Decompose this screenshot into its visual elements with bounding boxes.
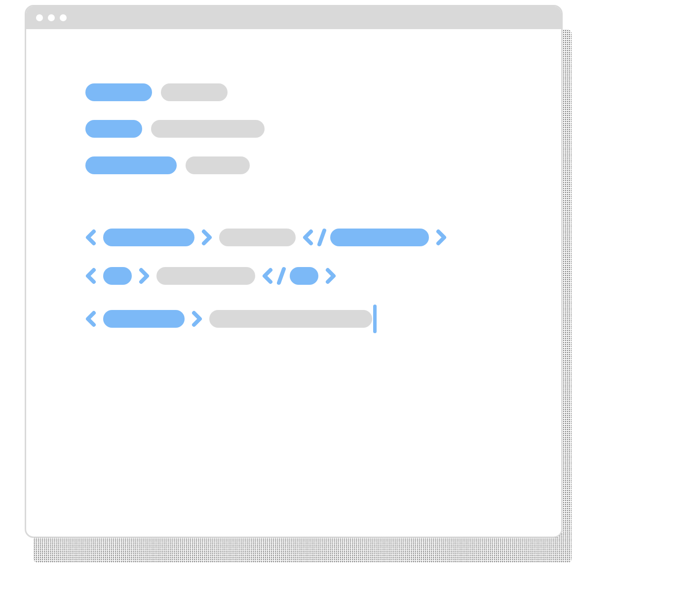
angle-open-icon <box>303 228 313 247</box>
code-line <box>85 305 561 333</box>
close-icon[interactable] <box>36 14 43 21</box>
editor-window <box>25 5 563 538</box>
keyword-token <box>85 83 152 101</box>
angle-close-icon <box>192 309 202 329</box>
tag-token <box>103 310 185 328</box>
maximize-icon[interactable] <box>60 14 67 21</box>
minimize-icon[interactable] <box>48 14 55 21</box>
code-line <box>85 156 561 174</box>
tag-token <box>290 267 318 285</box>
identifier-token <box>161 83 228 101</box>
keyword-token <box>85 120 142 138</box>
angle-close-icon <box>201 228 212 247</box>
angle-close-icon <box>139 266 150 286</box>
slash-icon <box>317 228 326 247</box>
angle-close-icon <box>436 228 447 247</box>
slash-icon <box>277 266 286 286</box>
code-line <box>85 266 561 286</box>
window-titlebar <box>26 6 561 29</box>
angle-close-icon <box>325 266 336 286</box>
angle-open-icon <box>85 309 96 329</box>
code-line <box>85 83 561 101</box>
identifier-token <box>186 156 250 174</box>
keyword-token <box>85 156 177 174</box>
angle-open-icon <box>262 266 273 286</box>
angle-open-icon <box>85 266 96 286</box>
code-line <box>85 228 561 247</box>
code-line <box>85 120 561 138</box>
angle-open-icon <box>85 228 96 247</box>
content-token <box>156 267 255 285</box>
tag-token <box>103 267 132 285</box>
tag-token <box>103 229 194 246</box>
content-token <box>219 229 296 246</box>
tag-token <box>330 229 429 246</box>
text-cursor-icon <box>373 305 377 333</box>
identifier-token <box>151 120 265 138</box>
content-token <box>209 310 372 328</box>
editor-content[interactable] <box>26 29 561 333</box>
